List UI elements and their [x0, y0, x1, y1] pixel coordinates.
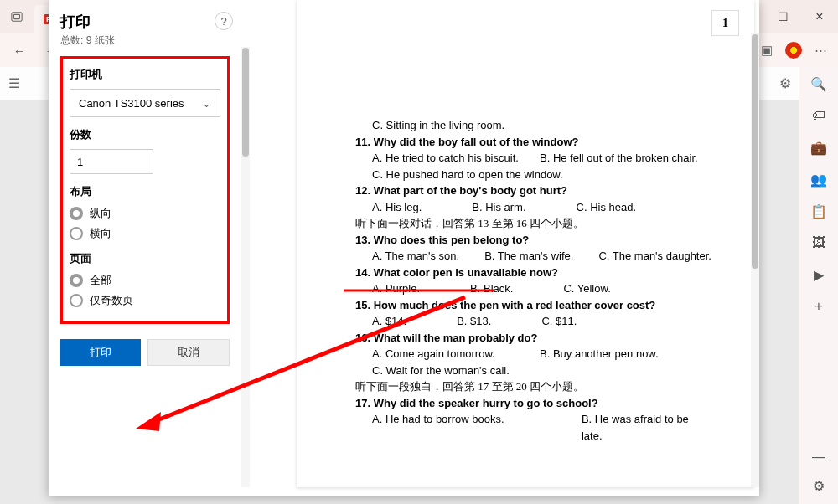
radio-checked-icon — [70, 274, 83, 287]
copies-input[interactable] — [70, 149, 153, 174]
preview-scrollbar[interactable] — [751, 33, 759, 487]
maximize-button[interactable]: ☐ — [764, 0, 801, 33]
layout-landscape-radio[interactable]: 横向 — [70, 226, 220, 241]
printer-selected-value: Canon TS3100 series — [79, 97, 184, 110]
tag-icon[interactable]: 🏷 — [809, 105, 829, 126]
gear-icon[interactable]: ⚙ — [809, 476, 829, 496]
collapse-icon[interactable]: — — [809, 447, 829, 467]
people-icon[interactable]: 👥 — [809, 169, 829, 189]
layout-label: 布局 — [70, 184, 220, 199]
printer-label: 打印机 — [70, 67, 220, 82]
back-button[interactable]: ← — [5, 36, 34, 64]
radio-checked-icon — [70, 207, 83, 220]
pages-odd-radio[interactable]: 仅奇数页 — [70, 293, 220, 308]
add-icon[interactable]: + — [809, 296, 829, 316]
clipboard-icon[interactable]: 📋 — [809, 201, 829, 221]
dialog-actions: 打印 取消 — [60, 339, 230, 366]
chevron-down-icon: ⌄ — [202, 97, 211, 110]
play-icon[interactable]: ▶ — [809, 265, 829, 285]
svg-rect-0 — [12, 13, 22, 22]
briefcase-icon[interactable]: 💼 — [809, 137, 829, 157]
print-button[interactable]: 打印 — [60, 339, 141, 366]
cancel-button[interactable]: 取消 — [147, 339, 230, 366]
dialog-title: 打印 — [60, 12, 230, 32]
close-window-button[interactable]: × — [801, 0, 838, 33]
print-preview-page: 1 C. Sitting in the living room. 11. Why… — [297, 0, 754, 487]
right-sidebar: 🔍 🏷 💼 👥 📋 🖼 ▶ + — ⚙ — [799, 67, 838, 504]
panel-scrollbar[interactable] — [241, 47, 250, 487]
hamburger-icon[interactable]: ☰ — [8, 75, 20, 91]
copies-label: 份数 — [70, 127, 220, 142]
radio-unchecked-icon — [70, 294, 83, 307]
radio-unchecked-icon — [70, 227, 83, 240]
tab-collection-icon[interactable] — [0, 11, 34, 23]
print-dialog: 打印 总数: 9 纸张 ? 打印机 Canon TS3100 series ⌄ … — [49, 0, 759, 496]
menu-button[interactable]: ⋯ — [808, 38, 833, 63]
pages-all-radio[interactable]: 全部 — [70, 273, 220, 288]
pages-label: 页面 — [70, 251, 220, 266]
layout-portrait-radio[interactable]: 纵向 — [70, 206, 220, 221]
search-icon[interactable]: 🔍 — [809, 74, 829, 94]
printer-dropdown[interactable]: Canon TS3100 series ⌄ — [70, 89, 220, 117]
print-options-panel: 打印 总数: 9 纸张 ? 打印机 Canon TS3100 series ⌄ … — [49, 0, 241, 496]
page-number-badge: 1 — [711, 10, 739, 36]
image-icon[interactable]: 🖼 — [809, 233, 829, 253]
help-button[interactable]: ? — [215, 12, 233, 30]
flag-icon[interactable] — [781, 38, 806, 63]
svg-rect-1 — [14, 14, 20, 18]
settings-icon[interactable]: ⚙ — [779, 75, 791, 91]
highlighted-settings-box: 打印机 Canon TS3100 series ⌄ 份数 布局 纵向 横向 页面… — [60, 56, 230, 324]
sheet-count: 总数: 9 纸张 — [60, 33, 230, 48]
